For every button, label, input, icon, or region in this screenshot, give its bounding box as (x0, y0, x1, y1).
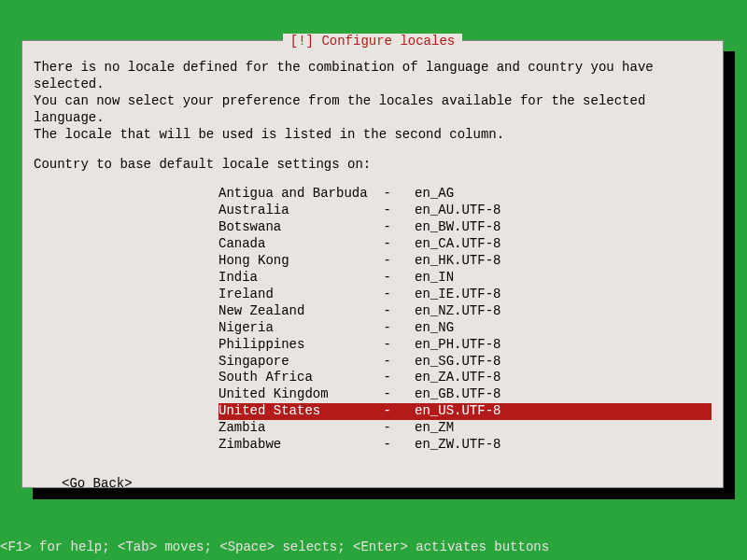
locale-row[interactable]: New Zealand - en_NZ.UTF-8 (218, 303, 712, 320)
locale-country: Zimbabwe (218, 437, 383, 454)
locale-separator: - (383, 420, 415, 437)
locale-separator: - (383, 270, 415, 287)
locale-separator: - (383, 203, 415, 219)
locale-code: en_ZW.UTF-8 (415, 437, 509, 454)
locale-separator: - (383, 403, 415, 420)
locale-separator: - (383, 253, 415, 270)
locale-code: en_ZA.UTF-8 (415, 370, 509, 386)
dialog-title: [!] Configure locales (283, 34, 462, 49)
locale-separator: - (383, 337, 415, 354)
locale-separator: - (383, 386, 415, 403)
locale-code: en_IN (415, 270, 509, 287)
locale-country: United Kingdom (218, 386, 383, 403)
locale-row[interactable]: Zimbabwe - en_ZW.UTF-8 (218, 437, 712, 454)
locale-code: en_CA.UTF-8 (415, 236, 509, 253)
help-bar: <F1> for help; <Tab> moves; <Space> sele… (0, 539, 549, 554)
locale-row[interactable]: Canada - en_CA.UTF-8 (218, 236, 712, 253)
configure-locales-dialog: [!] Configure locales There is no locale… (21, 40, 724, 488)
locale-separator: - (383, 370, 415, 386)
locale-separator: - (383, 303, 415, 320)
locale-country: Australia (218, 203, 383, 219)
locale-code: en_NG (415, 320, 509, 337)
locale-row[interactable]: Ireland - en_IE.UTF-8 (218, 287, 712, 303)
locale-separator: - (383, 437, 415, 454)
intro-text: There is no locale defined for the combi… (34, 60, 712, 144)
locale-list[interactable]: Antigua and Barbuda - en_AG Australia - … (218, 186, 712, 454)
locale-country: Nigeria (218, 320, 383, 337)
locale-code: en_US.UTF-8 (415, 403, 509, 420)
locale-country: Zambia (218, 420, 383, 437)
locale-code: en_AG (415, 186, 509, 203)
locale-row[interactable]: United States - en_US.UTF-8 (218, 403, 712, 420)
locale-separator: - (383, 287, 415, 303)
go-back-button[interactable]: <Go Back> (62, 476, 712, 493)
locale-code: en_HK.UTF-8 (415, 253, 509, 270)
locale-row[interactable]: Singapore - en_SG.UTF-8 (218, 354, 712, 371)
locale-country: Botswana (218, 219, 383, 236)
locale-row[interactable]: South Africa - en_ZA.UTF-8 (218, 370, 712, 386)
locale-country: India (218, 270, 383, 287)
locale-row[interactable]: Australia - en_AU.UTF-8 (218, 203, 712, 219)
locale-code: en_NZ.UTF-8 (415, 303, 509, 320)
locale-code: en_PH.UTF-8 (415, 337, 509, 354)
locale-row[interactable]: United Kingdom - en_GB.UTF-8 (218, 386, 712, 403)
locale-code: en_SG.UTF-8 (415, 354, 509, 371)
locale-country: Antigua and Barbuda (218, 186, 383, 203)
locale-country: Canada (218, 236, 383, 253)
locale-code: en_AU.UTF-8 (415, 203, 509, 219)
locale-country: Hong Kong (218, 253, 383, 270)
locale-row[interactable]: Antigua and Barbuda - en_AG (218, 186, 712, 203)
locale-code: en_BW.UTF-8 (415, 219, 509, 236)
locale-country: United States (218, 403, 383, 420)
locale-row[interactable]: Nigeria - en_NG (218, 320, 712, 337)
locale-code: en_GB.UTF-8 (415, 386, 509, 403)
locale-country: Philippines (218, 337, 383, 354)
locale-code: en_ZM (415, 420, 509, 437)
locale-row[interactable]: Botswana - en_BW.UTF-8 (218, 219, 712, 236)
locale-separator: - (383, 219, 415, 236)
locale-separator: - (383, 354, 415, 371)
locale-country: New Zealand (218, 303, 383, 320)
locale-country: Singapore (218, 354, 383, 371)
locale-separator: - (383, 320, 415, 337)
locale-separator: - (383, 236, 415, 253)
locale-country: South Africa (218, 370, 383, 386)
prompt-text: Country to base default locale settings … (34, 157, 712, 174)
locale-row[interactable]: Zambia - en_ZM (218, 420, 712, 437)
locale-code: en_IE.UTF-8 (415, 287, 509, 303)
locale-row[interactable]: Philippines - en_PH.UTF-8 (218, 337, 712, 354)
locale-row[interactable]: Hong Kong - en_HK.UTF-8 (218, 253, 712, 270)
dialog-content: There is no locale defined for the combi… (22, 41, 723, 504)
locale-country: Ireland (218, 287, 383, 303)
locale-row[interactable]: India - en_IN (218, 270, 712, 287)
dialog-title-bar: [!] Configure locales (22, 34, 723, 49)
locale-separator: - (383, 186, 415, 203)
